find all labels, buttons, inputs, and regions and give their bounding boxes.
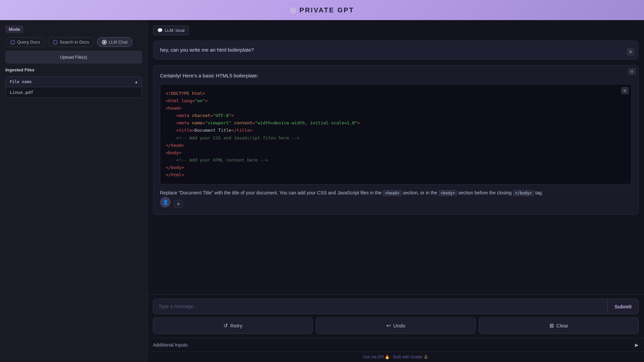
user-message: hey, can you write me an html boilerplat… [153,41,639,60]
message-input[interactable] [153,299,607,314]
chat-content: 💬 LLM: local hey, can you write me an ht… [148,20,644,294]
mode-label: Mode [5,25,23,33]
header: ◎ PRIVATE GPT [0,0,644,20]
list-item: Linux.pdf [6,87,142,98]
undo-icon: ↩ [386,322,391,329]
footer-fire-icon: 🔥 [385,355,390,359]
code-line-8: </head> [166,142,626,149]
clear-icon: ⊠ [549,322,554,329]
undo-label: Undo [393,323,406,328]
avatar-row: 👤 ⧉ [160,197,632,208]
copy-response-button[interactable]: ⧉ [628,68,636,75]
copy-message-button[interactable]: ⧉ [174,200,183,208]
assistant-footer-text-3: section before the closing [459,190,513,195]
additional-inputs-label: Additional Inputs [153,342,188,348]
radio-search-in-docs [53,40,58,45]
body-close-tag-inline: </body> [513,190,534,196]
body-tag-inline: <body> [438,190,457,196]
message-input-row: Submit [153,299,639,314]
copy-user-message-button[interactable]: ⧉ [627,48,634,55]
chat-area: 💬 LLM: local hey, can you write me an ht… [148,20,644,362]
mode-llm-chat[interactable]: LLM Chat [97,37,132,47]
sidebar: Mode Query Docs Search in Docs LLM Chat … [0,20,148,362]
undo-button[interactable]: ↩ Undo [316,317,476,334]
submit-button[interactable]: Submit [607,299,638,314]
mode-search-in-docs-label: Search in Docs [60,40,89,45]
radio-query-docs [10,40,15,45]
retry-label: Retry [230,323,243,328]
app-title: PRIVATE GPT [300,6,354,14]
llm-badge: 💬 LLM: local [153,25,189,35]
footer-api[interactable]: Use via API [363,355,384,359]
code-line-5: <meta name="viewport" content="width=dev… [166,119,626,127]
code-line-1: <!DOCTYPE html> [166,90,626,97]
user-message-text: hey, can you write me an html boilerplat… [160,47,254,53]
retry-icon: ↺ [223,322,228,329]
upload-button[interactable]: Upload File(s) [5,51,142,63]
assistant-footer-text-4: tag. [535,190,543,195]
code-line-12: </html> [166,171,626,179]
file-table-header: File name ▲ [6,77,142,87]
code-line-6: <title>Document Title</title> [166,127,626,134]
avatar: 👤 [160,197,171,207]
mode-query-docs[interactable]: Query Docs [5,37,45,47]
assistant-intro: Certainly! Here's a basic HTML5 boilerpl… [160,72,632,80]
logo-icon: ◎ [290,6,296,14]
mode-search-in-docs[interactable]: Search in Docs [48,37,94,47]
file-name-column: File name [10,79,32,84]
code-line-4: <meta charset="UTF-8"> [166,112,626,119]
main-layout: Mode Query Docs Search in Docs LLM Chat … [0,20,644,362]
action-buttons: ↺ Retry ↩ Undo ⊠ Clear [153,317,639,334]
assistant-message: ⧉ Certainly! Here's a basic HTML5 boiler… [153,65,639,215]
code-line-2: <html lang="en"> [166,97,626,105]
llm-label: LLM: local [165,28,184,33]
code-line-10: <!-- Add your HTML content here --> [166,157,626,164]
code-line-9: <body> [166,149,626,157]
assistant-footer-text-2: section, or in the [403,190,439,195]
sort-icon[interactable]: ▲ [135,79,138,84]
clear-button[interactable]: ⊠ Clear [479,317,639,334]
copy-code-button[interactable]: ⧉ [621,87,629,94]
file-table: File name ▲ Linux.pdf [5,76,142,98]
mode-llm-chat-label: LLM Chat [109,40,127,45]
llm-icon: 💬 [157,28,163,33]
assistant-footer: Replace "Document Title" with the title … [160,189,632,196]
additional-inputs[interactable]: Additional Inputs ▶ [148,338,644,352]
input-area: Submit ↺ Retry ↩ Undo ⊠ Clear [148,294,644,338]
head-tag-inline: <head> [383,190,401,196]
ingested-files-label: Ingested Files [5,67,142,72]
mode-buttons: Query Docs Search in Docs LLM Chat [5,37,142,47]
footer-gradio: Built with Gradio [393,355,422,359]
code-line-3: <head> [166,105,626,112]
footer: Use via API 🔥 · Built with Gradio 🎩 [148,352,644,362]
assistant-footer-text-1: Replace "Document Title" with the title … [160,190,382,195]
code-line-11: </body> [166,164,626,171]
mode-query-docs-label: Query Docs [17,40,40,45]
retry-button[interactable]: ↺ Retry [153,317,313,334]
radio-llm-chat [102,40,107,45]
chevron-right-icon: ▶ [635,342,639,348]
clear-label: Clear [556,323,569,328]
code-block: ⧉ <!DOCTYPE html> <html lang="en"> <head… [160,84,632,184]
footer-hat-icon: 🎩 [424,355,429,359]
code-line-7: <!-- Add your CSS and JavaScript files h… [166,134,626,142]
